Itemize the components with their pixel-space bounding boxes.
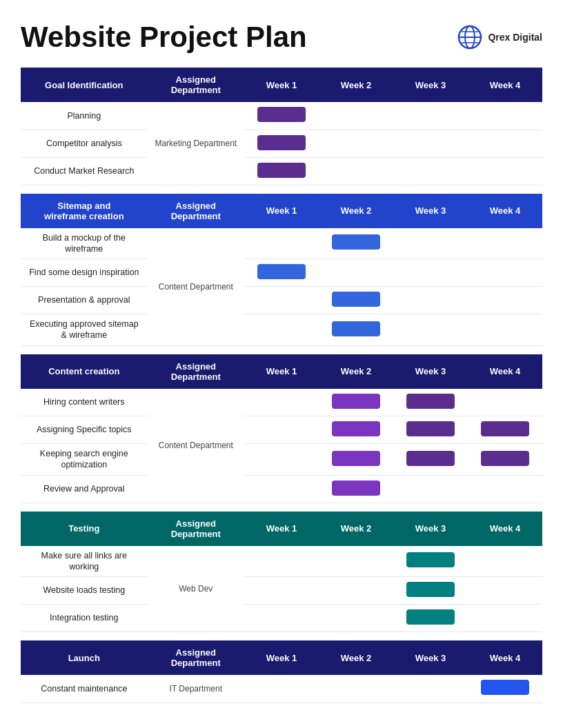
- week-4-cell: [468, 475, 542, 503]
- week-3-cell: [393, 102, 468, 130]
- task-bar: [332, 394, 380, 409]
- task-bar: [332, 421, 380, 436]
- task-bar: [406, 582, 455, 597]
- week-4-cell: [468, 102, 542, 130]
- dept-cell: Content Department: [148, 389, 244, 503]
- goal-cell: Executing approved sitemap& wireframe: [21, 314, 148, 346]
- goal-cell: Hiring content writers: [21, 389, 148, 416]
- section-week-label-2: Week 2: [319, 354, 393, 389]
- section-week-label-3: Week 3: [393, 68, 468, 102]
- week-2-cell: [319, 314, 393, 346]
- section-week-label-1: Week 1: [244, 640, 319, 675]
- week-1-cell: [244, 444, 319, 476]
- week-3-cell: [393, 577, 468, 605]
- week-1-cell: [244, 416, 319, 444]
- week-3-cell: [393, 259, 468, 287]
- goal-cell: Keeping search engine optimization: [21, 444, 148, 476]
- goal-cell: Planning: [21, 102, 148, 130]
- week-4-cell: [468, 577, 542, 605]
- week-3-cell: [393, 416, 468, 444]
- section-week-label-3: Week 3: [393, 512, 468, 546]
- section-header-goal-identification: Goal IdentificationAssigned DepartmentWe…: [21, 68, 542, 102]
- week-4-cell: [468, 130, 542, 157]
- week-2-cell: [319, 228, 393, 259]
- task-bar: [481, 421, 529, 436]
- section-week-label-4: Week 4: [468, 512, 542, 546]
- week-2-cell: [319, 675, 393, 702]
- goal-cell: Constant maintenance: [21, 675, 148, 702]
- section-dept-label: Assigned Department: [148, 512, 244, 546]
- week-4-cell: [468, 389, 542, 416]
- section-week-label-3: Week 3: [393, 194, 468, 228]
- section-goal-label: Testing: [21, 512, 148, 546]
- section-dept-label: Assigned Department: [148, 68, 244, 102]
- week-1-cell: [244, 675, 319, 702]
- section-week-label-3: Week 3: [393, 640, 468, 675]
- section-week-label-1: Week 1: [244, 354, 319, 389]
- table-row: Build a mockup of the wireframeContent D…: [21, 228, 542, 259]
- goal-cell: Integration testing: [21, 605, 148, 632]
- spacer-row: [21, 345, 542, 354]
- dept-cell: Web Dev: [148, 546, 244, 632]
- week-2-cell: [319, 577, 393, 605]
- week-2-cell: [319, 102, 393, 130]
- week-2-cell: [319, 157, 393, 185]
- section-goal-label: Goal Identification: [21, 68, 148, 102]
- week-1-cell: [244, 157, 319, 185]
- task-bar: [481, 451, 529, 466]
- table-row: Executing approved sitemap& wireframe: [21, 314, 542, 346]
- week-3-cell: [393, 314, 468, 346]
- week-2-cell: [319, 259, 393, 287]
- week-4-cell: [468, 675, 542, 702]
- week-1-cell: [244, 228, 319, 259]
- week-2-cell: [319, 389, 393, 416]
- task-bar: [332, 451, 380, 466]
- spacer-row: [21, 185, 542, 194]
- section-goal-label: Launch: [21, 640, 148, 675]
- section-week-label-2: Week 2: [319, 640, 393, 675]
- section-header-sitemap: Sitemap andwireframe creationAssigned De…: [21, 194, 542, 228]
- table-row: Competitor analysis: [21, 130, 542, 157]
- section-header-testing: TestingAssigned DepartmentWeek 1Week 2We…: [21, 512, 542, 546]
- goal-cell: Review and Approval: [21, 475, 148, 503]
- section-week-label-4: Week 4: [468, 354, 542, 389]
- week-1-cell: [244, 314, 319, 346]
- week-4-cell: [468, 314, 542, 346]
- week-1-cell: [244, 546, 319, 577]
- section-week-label-4: Week 4: [468, 640, 542, 675]
- task-bar: [257, 264, 306, 279]
- logo-icon: [457, 25, 482, 50]
- week-4-cell: [468, 287, 542, 314]
- week-3-cell: [393, 287, 468, 314]
- table-row: Presentation & approval: [21, 287, 542, 314]
- week-2-cell: [319, 475, 393, 503]
- week-3-cell: [393, 675, 468, 702]
- spacer-row: [21, 632, 542, 641]
- goal-cell: Find some design inspiration: [21, 259, 148, 287]
- table-row: Integration testing: [21, 605, 542, 632]
- table-row: Conduct Market Research: [21, 157, 542, 185]
- task-bar: [406, 421, 455, 436]
- task-bar: [332, 234, 380, 250]
- week-4-cell: [468, 228, 542, 259]
- week-1-cell: [244, 605, 319, 632]
- week-3-cell: [393, 444, 468, 476]
- table-row: Constant maintenanceIT Department: [21, 675, 542, 702]
- section-header-launch: LaunchAssigned DepartmentWeek 1Week 2Wee…: [21, 640, 542, 675]
- goal-cell: Website loads testing: [21, 577, 148, 605]
- week-4-cell: [468, 416, 542, 444]
- week-3-cell: [393, 475, 468, 503]
- section-week-label-4: Week 4: [468, 194, 542, 228]
- dept-cell: Content Department: [148, 228, 244, 346]
- task-bar: [406, 552, 455, 567]
- week-2-cell: [319, 287, 393, 314]
- task-bar: [332, 321, 380, 336]
- task-bar: [481, 680, 529, 695]
- section-week-label-3: Week 3: [393, 354, 468, 389]
- table-row: Make sure all links are workingWeb Dev: [21, 546, 542, 577]
- spacer-row: [21, 503, 542, 512]
- dept-cell: IT Department: [148, 675, 244, 702]
- week-3-cell: [393, 389, 468, 416]
- logo-area: Qrex Digital: [457, 25, 542, 50]
- week-2-cell: [319, 130, 393, 157]
